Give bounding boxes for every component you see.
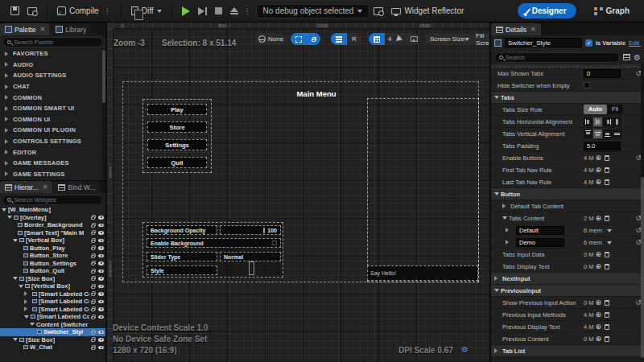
palette-category[interactable]: AUDIO SETTINGS (0, 70, 105, 81)
lock-icon[interactable] (91, 270, 95, 274)
tree-item-switcher-style[interactable]: Switcher_Styl (0, 328, 105, 336)
delete-elements-icon[interactable] (605, 264, 609, 269)
options-panel-outline[interactable]: Background Opacity 100 Enable Background… (142, 222, 283, 278)
lock-icon[interactable] (91, 339, 95, 342)
tree-item-smart-text[interactable]: [Smart Text] "Main M (0, 229, 105, 237)
palette-category[interactable]: AUDIO (0, 60, 105, 71)
play-button-widget[interactable]: Play (147, 104, 207, 115)
compile-options-icon[interactable]: ⋮ (104, 7, 111, 15)
tabs-padding-input[interactable] (584, 142, 621, 150)
designer-canvas[interactable]: 0 500 1000 1500 500 1000 Zoom -3 Selecti… (107, 23, 489, 362)
close-icon[interactable]: ✕ (43, 183, 48, 191)
tree-item-button-play[interactable]: Button_Play (0, 245, 105, 253)
chat-size-box-outline[interactable]: Say Hello! (367, 98, 479, 282)
lock-icon[interactable] (91, 255, 95, 258)
tab-key-input[interactable] (516, 226, 564, 235)
palette-category[interactable]: COMMON UI PLUGIN (0, 125, 105, 136)
visibility-icon[interactable] (98, 277, 104, 281)
visibility-icon[interactable] (98, 307, 104, 311)
lock-icon[interactable] (91, 316, 95, 319)
visibility-icon[interactable] (98, 216, 104, 220)
details-scrollbar[interactable] (641, 64, 644, 360)
tree-item-vertical-box[interactable]: [Vertical Box] (0, 237, 105, 245)
visibility-icon[interactable] (98, 315, 104, 319)
category-tabs[interactable]: Tabs (491, 92, 644, 104)
main-menu-title-widget[interactable]: Main Menu (288, 89, 345, 98)
grid-snap-toggle[interactable] (369, 33, 385, 45)
tab-details[interactable]: Details ✕ (491, 23, 541, 35)
delete-elements-icon[interactable] (605, 336, 609, 342)
tree-item-root[interactable]: [W_MainMenu] (0, 206, 105, 214)
align-middle-button[interactable] (593, 130, 602, 138)
slider-type-value-widget[interactable]: Normal (220, 252, 281, 261)
category-nextinput[interactable]: NextInput (491, 273, 644, 285)
category-previousinput[interactable]: PreviousInput (491, 285, 644, 297)
visibility-icon[interactable] (98, 224, 104, 228)
visibility-icon[interactable] (98, 292, 104, 296)
delete-elements-icon[interactable] (605, 155, 609, 161)
enable-background-row-widget[interactable]: Enable Background (147, 238, 281, 248)
palette-category[interactable]: CONTROLS SETTINGS (0, 136, 105, 147)
align-fill-button[interactable] (613, 117, 621, 126)
diff-button[interactable]: Diff (127, 2, 166, 20)
play-button[interactable] (178, 2, 194, 20)
add-element-icon[interactable]: ⊕ (596, 263, 602, 270)
palette-category[interactable]: COMMON UI (0, 114, 105, 125)
visibility-icon[interactable] (98, 261, 104, 265)
debug-browse-button[interactable] (369, 2, 387, 20)
tab-bind-widgets[interactable]: Bind W... (53, 181, 100, 193)
tree-item-button-settings[interactable]: Button_Settings (0, 260, 105, 268)
delete-elements-icon[interactable] (605, 300, 609, 306)
tabs-size-rule-segmented[interactable]: Auto Fil (584, 105, 623, 114)
lock-icon[interactable] (91, 216, 95, 220)
lock-icon[interactable] (91, 293, 95, 296)
graph-mode-button[interactable]: Graph (588, 6, 636, 15)
store-button-widget[interactable]: Store (147, 121, 207, 133)
tree-item-size-box[interactable]: [Size Box] (0, 275, 105, 283)
frame-skip-button[interactable] (194, 2, 211, 20)
grid-snap-size[interactable]: 4 (385, 33, 394, 45)
lock-icon[interactable] (91, 301, 95, 304)
hierarchy-search-input[interactable] (14, 196, 98, 204)
anchor-dropdown[interactable]: None (254, 33, 287, 45)
tree-item-button-store[interactable]: Button_Store (0, 252, 105, 260)
say-hello-input-widget[interactable]: Say Hello! (367, 265, 478, 281)
settings-gear-icon[interactable]: ⚙ (634, 53, 641, 62)
tab-entry-dropdown[interactable]: 6 mem (584, 226, 630, 235)
checkbox-widget[interactable] (272, 241, 277, 245)
lock-icon[interactable] (91, 247, 95, 250)
add-element-icon[interactable]: ⊕ (596, 311, 602, 319)
close-icon[interactable]: ✕ (39, 26, 45, 33)
tree-item-smart-labeled[interactable]: [Smart Labeled Co (0, 290, 105, 298)
designer-mode-button[interactable]: Designer (518, 3, 576, 19)
tree-item-vertical-box[interactable]: [Vertical Box] (0, 282, 105, 290)
visibility-icon[interactable] (98, 231, 104, 235)
palette-category[interactable]: CHAT (0, 81, 105, 93)
lock-icon[interactable] (91, 347, 95, 350)
add-element-icon[interactable]: ⊕ (596, 154, 602, 162)
background-opacity-label-widget[interactable]: Background Opacity (147, 225, 217, 235)
details-search-input[interactable] (506, 54, 615, 61)
lock-icon[interactable] (91, 331, 95, 335)
palette-category[interactable]: GAME SETTINGS (0, 169, 105, 180)
browse-button[interactable] (23, 2, 41, 20)
tree-item-button-quit[interactable]: Button_Quit (0, 267, 105, 275)
selected-switcher-widget-outline[interactable] (249, 261, 254, 275)
widget-reflector-button[interactable]: Widget Reflector (387, 2, 468, 20)
delete-elements-icon[interactable] (605, 252, 609, 257)
add-element-icon[interactable]: ⊕ (596, 299, 602, 306)
lock-icon[interactable] (91, 232, 95, 235)
debug-object-dropdown[interactable]: No debug object selected (256, 4, 370, 19)
delete-elements-icon[interactable] (605, 216, 609, 221)
palette-scrollbar[interactable] (102, 48, 105, 180)
visibility-icon[interactable] (98, 269, 104, 274)
hide-switcher-checkbox[interactable] (584, 82, 590, 88)
align-right-button[interactable] (603, 117, 612, 126)
tree-item-size-box[interactable]: [Size Box] (0, 336, 105, 344)
row-tabs-content[interactable]: Tabs Content 2 M⊕ ↺ (491, 212, 644, 224)
delete-elements-icon[interactable] (605, 179, 609, 185)
style-label-widget[interactable]: Style (147, 265, 217, 275)
delete-elements-icon[interactable] (605, 312, 609, 318)
palette-category[interactable]: GAME MESSAGES (0, 158, 105, 169)
segment-auto[interactable]: Auto (584, 105, 607, 114)
